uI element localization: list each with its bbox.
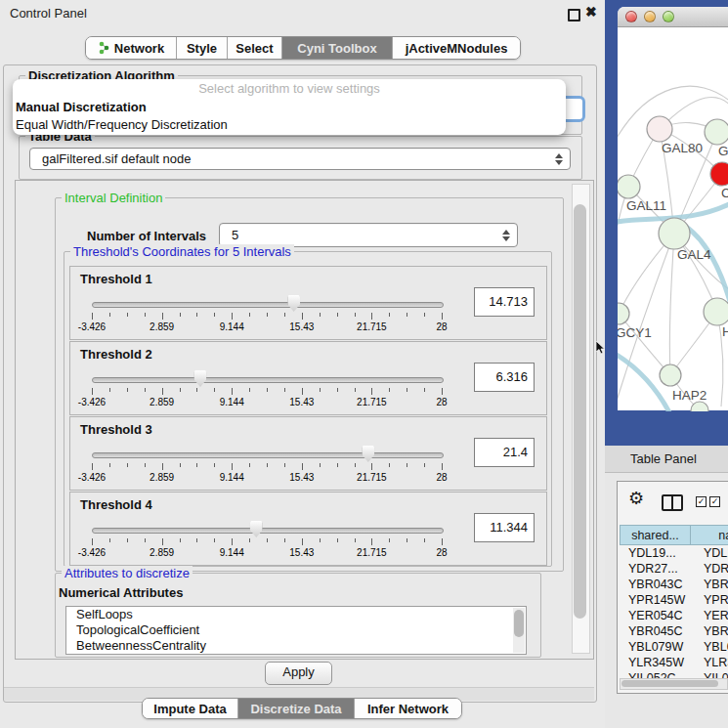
table-row[interactable]: YIL052CYIL0 bbox=[620, 670, 728, 678]
tick-mark bbox=[371, 388, 372, 395]
node-table[interactable]: shared...name YDL19...YDL1YDR27...YDR2YB… bbox=[620, 525, 728, 678]
table-row[interactable]: YER054CYER0 bbox=[620, 608, 728, 623]
tab-network[interactable]: Network bbox=[86, 37, 176, 59]
tab-infer-network[interactable]: Infer Network bbox=[354, 699, 461, 718]
list-scrollbar[interactable] bbox=[513, 608, 525, 653]
network-node[interactable] bbox=[710, 162, 728, 186]
slider-thumb[interactable] bbox=[287, 295, 300, 312]
tick-mark bbox=[232, 463, 233, 470]
tick-mark bbox=[180, 538, 181, 542]
table-column-header[interactable]: name bbox=[690, 525, 728, 545]
table-row[interactable]: YLR345WYLR3 bbox=[620, 655, 728, 670]
tick-label: 28 bbox=[436, 397, 447, 407]
attribute-list-item[interactable]: TopologicalCoefficient bbox=[66, 622, 526, 638]
zoom-window-icon[interactable] bbox=[663, 11, 674, 22]
table-data-combobox[interactable]: galFiltered.sif default node bbox=[29, 148, 571, 170]
table-row[interactable]: YDR27...YDR2 bbox=[620, 561, 728, 577]
network-node[interactable] bbox=[691, 402, 708, 411]
apply-button[interactable]: Apply bbox=[265, 662, 332, 685]
tick-label: 9.144 bbox=[220, 547, 244, 558]
network-node[interactable] bbox=[618, 175, 640, 198]
tick-mark bbox=[389, 463, 390, 467]
threshold-slider[interactable]: -3.4262.8599.14415.4321.71528 bbox=[92, 294, 442, 335]
table-row[interactable]: YDL19...YDL1 bbox=[620, 545, 728, 561]
tick-mark bbox=[284, 388, 285, 392]
tick-mark bbox=[407, 538, 407, 542]
slider-thumb[interactable] bbox=[193, 370, 206, 387]
float-icon[interactable] bbox=[568, 9, 580, 21]
threshold-value-field[interactable]: 14.713 bbox=[474, 287, 535, 317]
slider-thumb[interactable] bbox=[362, 446, 374, 462]
network-window[interactable]: GAL80GAL1GAL11GAL4GCY1HHAP2C bbox=[618, 7, 728, 410]
tick-mark bbox=[337, 313, 338, 317]
checkbox-icon[interactable]: ✓ bbox=[696, 496, 707, 507]
column-layout-icon[interactable] bbox=[662, 494, 683, 511]
tick-mark bbox=[337, 388, 338, 392]
algorithm-option[interactable]: Manual Discretization bbox=[13, 99, 566, 116]
tab-style[interactable]: Style bbox=[176, 37, 227, 59]
tab-jactivemnodules[interactable]: jActiveMNodules bbox=[392, 37, 520, 59]
table-data-group: Table Data galFiltered.sif default node bbox=[19, 136, 582, 180]
scrollbar-thumb[interactable] bbox=[621, 680, 718, 687]
tick-label: 28 bbox=[436, 472, 447, 483]
close-window-icon[interactable] bbox=[625, 11, 637, 22]
table-row[interactable]: YPR145WYPR1 bbox=[620, 592, 728, 608]
tab-label: Network bbox=[114, 41, 164, 56]
numerical-attributes-list[interactable]: SelfLoopsTopologicalCoefficientBetweenne… bbox=[65, 606, 527, 655]
tick-mark bbox=[337, 463, 338, 467]
checkbox-icon[interactable]: ✓ bbox=[709, 496, 720, 507]
threshold-value-field[interactable]: 11.344 bbox=[474, 513, 535, 542]
tick-mark bbox=[196, 313, 197, 317]
network-node[interactable] bbox=[618, 303, 629, 324]
tab-discretize-data[interactable]: Discretize Data bbox=[237, 699, 354, 718]
network-canvas[interactable]: GAL80GAL1GAL11GAL4GCY1HHAP2C bbox=[618, 27, 728, 411]
table-row[interactable]: YBL079WYBL0 bbox=[620, 639, 728, 655]
network-node[interactable] bbox=[647, 116, 672, 142]
attributes-group-label: Attributes to discretize bbox=[62, 566, 193, 580]
interval-definition-label: Interval Definition bbox=[62, 191, 165, 205]
threshold-value-field[interactable]: 6.316 bbox=[474, 363, 535, 392]
table-horizontal-scrollbar[interactable] bbox=[620, 678, 728, 690]
tick-mark bbox=[127, 538, 128, 542]
tick-mark bbox=[389, 538, 390, 542]
top-tab-bar: NetworkStyleSelectCyni ToolboxjActiveMNo… bbox=[85, 36, 521, 60]
panel-scrollbar[interactable] bbox=[572, 184, 590, 654]
settings-gear-icon[interactable]: ⚙ bbox=[628, 490, 644, 507]
threshold-slider[interactable]: -3.4262.8599.14415.4321.71528 bbox=[92, 445, 442, 486]
tab-cyni-toolbox[interactable]: Cyni Toolbox bbox=[281, 37, 392, 59]
network-node[interactable] bbox=[705, 119, 728, 145]
attribute-list-item[interactable]: SelfLoops bbox=[66, 607, 526, 622]
threshold-panel: Threshold 1-3.4262.8599.14415.4321.71528… bbox=[69, 266, 547, 340]
tick-mark bbox=[180, 313, 181, 317]
table-cell: YER0 bbox=[691, 608, 728, 623]
scrollbar-thumb[interactable] bbox=[574, 204, 586, 619]
minimize-window-icon[interactable] bbox=[644, 11, 656, 22]
table-column-header[interactable]: shared... bbox=[620, 525, 691, 545]
tick-mark bbox=[302, 388, 303, 395]
network-node[interactable] bbox=[659, 218, 690, 249]
tick-mark bbox=[196, 388, 197, 392]
tab-select[interactable]: Select bbox=[227, 37, 281, 59]
network-window-titlebar[interactable] bbox=[618, 7, 728, 27]
threshold-slider[interactable]: -3.4262.8599.14415.4321.71528 bbox=[92, 520, 442, 561]
network-node[interactable] bbox=[704, 298, 728, 325]
table-panel-title: Table Panel bbox=[605, 446, 728, 473]
tick-mark bbox=[180, 463, 181, 467]
tick-mark bbox=[320, 463, 321, 467]
table-row[interactable]: YBR043CYBR0 bbox=[620, 577, 728, 592]
tick-mark bbox=[92, 388, 93, 395]
network-node[interactable] bbox=[660, 364, 681, 386]
bottom-tab-bar: Impute DataDiscretize DataInfer Network bbox=[142, 698, 462, 719]
tick-mark bbox=[232, 313, 233, 320]
threshold-value-field[interactable]: 21.4 bbox=[474, 438, 535, 467]
algorithm-option[interactable]: Equal Width/Frequency Discretization bbox=[13, 116, 566, 134]
tick-mark bbox=[196, 538, 197, 542]
slider-thumb[interactable] bbox=[250, 521, 263, 537]
tick-mark bbox=[214, 313, 215, 317]
attribute-list-item[interactable]: BetweennessCentrality bbox=[66, 638, 526, 654]
table-cell: YLR3 bbox=[691, 655, 728, 670]
tab-impute-data[interactable]: Impute Data bbox=[143, 699, 237, 718]
table-row[interactable]: YBR045CYBR0 bbox=[620, 623, 728, 639]
threshold-slider[interactable]: -3.4262.8599.14415.4321.71528 bbox=[92, 369, 442, 410]
close-icon[interactable]: ✖ bbox=[585, 4, 597, 20]
